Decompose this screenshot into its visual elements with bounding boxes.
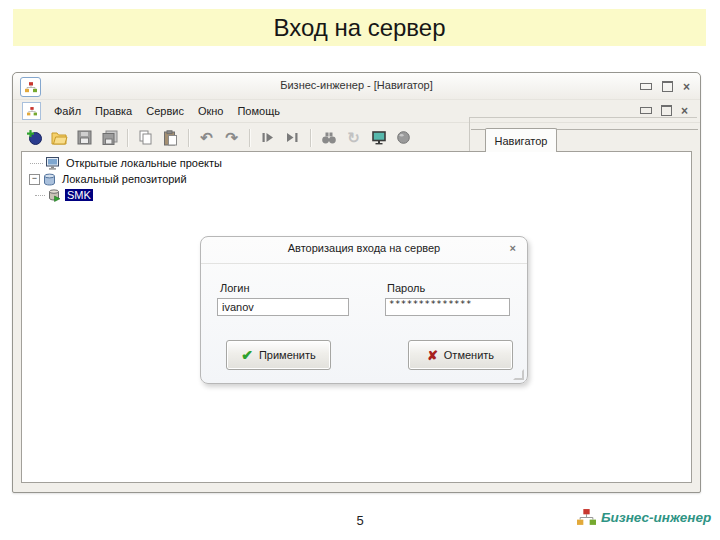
menu-window[interactable]: Окно [191, 102, 231, 120]
minimize-icon[interactable] [640, 83, 652, 90]
cancel-button[interactable]: ✘ Отменить [408, 340, 513, 370]
check-icon: ✔ [241, 347, 253, 363]
mdi-close-icon[interactable]: × [681, 106, 688, 116]
tree-item-local-repository[interactable]: − Локальный репозиторий [27, 171, 691, 187]
menu-items: Файл Правка Сервис Окно Помощь [47, 102, 287, 120]
monitor-icon[interactable] [367, 127, 390, 149]
login-label: Логин [220, 282, 250, 294]
slide-title-banner: Вход на сервер [13, 9, 706, 46]
resize-grip[interactable] [513, 369, 524, 380]
dialog-title: Авторизация входа на сервер [288, 242, 440, 254]
tree-item-label: Локальный репозиторий [60, 173, 189, 185]
dock-border-vertical [469, 117, 470, 151]
menu-service[interactable]: Сервис [139, 102, 191, 120]
redo-icon[interactable]: ↷ [220, 127, 243, 149]
tab-navigator[interactable]: Навигатор [485, 128, 557, 152]
toolbar-separator [249, 129, 251, 147]
undo-icon[interactable]: ↶ [195, 127, 218, 149]
import-icon[interactable] [256, 127, 279, 149]
menu-help[interactable]: Помощь [230, 102, 287, 120]
new-project-icon[interactable] [23, 127, 46, 149]
menu-edit[interactable]: Правка [88, 102, 139, 120]
brand-logo: Бизнес-инженер [577, 509, 711, 526]
database-run-icon [48, 189, 61, 202]
brand-logo-text: Бизнес-инженер [601, 510, 711, 525]
window-controls: × [640, 81, 690, 92]
slide-title: Вход на сервер [273, 14, 445, 42]
mdi-minimize-icon[interactable] [640, 107, 652, 114]
menu-bar: Файл Правка Сервис Окно Помощь × [13, 100, 700, 123]
sphere-icon[interactable] [392, 127, 415, 149]
database-icon [43, 173, 56, 186]
close-icon[interactable]: × [683, 82, 690, 92]
orgchart-icon [27, 107, 37, 116]
save-all-icon[interactable] [98, 127, 121, 149]
paste-icon[interactable] [159, 127, 182, 149]
toolbar-separator [127, 129, 129, 147]
window-title: Бизнес-инженер - [Навигатор] [13, 79, 700, 91]
restore-icon[interactable] [662, 81, 673, 92]
document-app-icon[interactable] [22, 102, 41, 120]
mdi-restore-icon[interactable] [661, 105, 672, 116]
dock-border [469, 117, 697, 118]
project-tree: Открытые локальные проекты − Локальный р… [22, 152, 691, 203]
export-icon[interactable] [281, 127, 304, 149]
toolbar: ↶ ↷ ↻ [13, 123, 700, 152]
login-input[interactable] [217, 298, 349, 316]
tab-navigator-label: Навигатор [495, 135, 548, 147]
computer-icon [46, 157, 60, 170]
collapse-expander-icon[interactable]: − [29, 174, 40, 185]
toolbar-separator [310, 129, 312, 147]
x-icon: ✘ [427, 348, 438, 363]
find-icon[interactable] [317, 127, 340, 149]
mdi-window-controls: × [640, 105, 688, 116]
apply-button[interactable]: ✔ Применить [226, 340, 331, 370]
password-label: Пароль [387, 282, 425, 294]
window-titlebar: Бизнес-инженер - [Навигатор] × [13, 73, 700, 100]
open-folder-icon[interactable] [48, 127, 71, 149]
dialog-titlebar: Авторизация входа на сервер × [201, 237, 527, 264]
refresh-icon[interactable]: ↻ [342, 127, 365, 149]
orgchart-logo-icon [577, 509, 596, 526]
toolbar-separator [188, 129, 190, 147]
dialog-close-icon[interactable]: × [510, 242, 516, 254]
copy-icon[interactable] [134, 127, 157, 149]
tree-item-open-projects[interactable]: Открытые локальные проекты [27, 155, 691, 171]
tree-item-label-selected: SMK [65, 189, 93, 201]
auth-dialog: Авторизация входа на сервер × Логин Паро… [200, 236, 528, 384]
tree-item-label: Открытые локальные проекты [64, 157, 224, 169]
menu-file[interactable]: Файл [47, 102, 88, 120]
cancel-button-label: Отменить [444, 349, 494, 361]
tree-item-smk[interactable]: SMK [27, 187, 691, 203]
password-input[interactable] [385, 298, 510, 316]
save-icon[interactable] [73, 127, 96, 149]
apply-button-label: Применить [259, 349, 316, 361]
